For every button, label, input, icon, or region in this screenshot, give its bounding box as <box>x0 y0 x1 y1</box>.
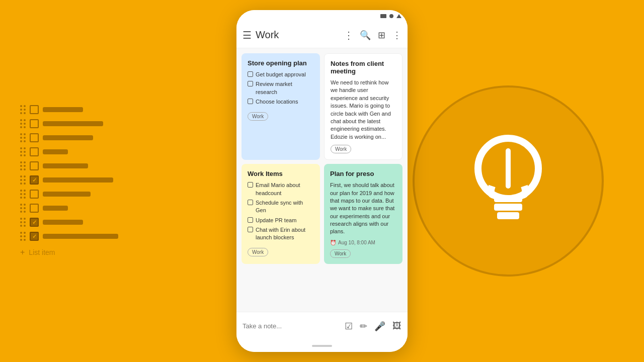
drag-handle[interactable] <box>20 175 26 185</box>
list-item-bar <box>43 107 83 112</box>
checkbox[interactable] <box>30 204 39 213</box>
lightbulb-decoration <box>413 85 604 277</box>
item-checkbox[interactable] <box>248 227 253 232</box>
search-icon[interactable]: 🔍 <box>360 30 371 41</box>
image-icon[interactable]: 🖼 <box>392 321 401 332</box>
bottom-icons: ☑ ✏ 🎤 🖼 <box>345 321 401 332</box>
phone-toolbar: ☰ Work ⋮ 🔍 ⊞ ⋮ <box>236 22 408 48</box>
note-tag[interactable]: Work <box>248 248 268 256</box>
list-row <box>20 133 118 142</box>
item-checkbox[interactable] <box>248 217 253 223</box>
note-item: Schedule sync with Gen <box>248 199 314 215</box>
grid-view-icon[interactable]: ⊞ <box>378 30 385 41</box>
checkbox-checked[interactable] <box>30 175 39 185</box>
item-checkbox[interactable] <box>248 99 253 104</box>
note-item-text: Chat with Erin about launch blockers <box>256 226 314 242</box>
list-row <box>20 232 118 241</box>
drag-handle[interactable] <box>20 232 26 241</box>
more-vert-icon[interactable]: ⋮ <box>344 29 354 41</box>
svg-rect-2 <box>494 204 522 211</box>
checkbox-icon[interactable]: ☑ <box>345 321 353 332</box>
home-bar-pill <box>312 345 332 347</box>
wifi-icon <box>389 14 393 18</box>
list-item-bar <box>43 135 93 140</box>
note-plan-preso[interactable]: Plan for preso First, we should talk abo… <box>324 164 403 264</box>
checkbox-checked[interactable] <box>30 218 39 227</box>
item-checkbox[interactable] <box>248 200 253 205</box>
timestamp-text: Aug 10, 8:00 AM <box>338 240 375 245</box>
checkbox-checked[interactable] <box>30 232 39 241</box>
checkbox[interactable] <box>30 133 39 142</box>
note-work-items[interactable]: Work Items Email Mario about headcount S… <box>242 164 320 264</box>
note-title: Store opening plan <box>248 59 314 67</box>
list-row <box>20 175 118 185</box>
clock-icon: ⏰ <box>330 240 336 245</box>
menu-icon[interactable]: ☰ <box>243 29 252 41</box>
overflow-menu-icon[interactable]: ⋮ <box>392 30 401 41</box>
checkbox[interactable] <box>30 105 39 114</box>
list-item-bar <box>43 234 118 239</box>
notes-grid: Store opening plan Get budget approval R… <box>242 53 403 264</box>
svg-rect-3 <box>497 212 519 219</box>
add-list-item-row[interactable]: + List item <box>20 248 118 257</box>
note-store-opening-plan[interactable]: Store opening plan Get budget approval R… <box>242 53 320 160</box>
drag-handle[interactable] <box>20 218 26 227</box>
note-body: First, we should talk about our plan for… <box>330 182 396 236</box>
list-item-bar <box>43 149 68 154</box>
list-row <box>20 161 118 170</box>
pen-icon[interactable]: ✏ <box>360 321 367 332</box>
drag-handle[interactable] <box>20 119 26 128</box>
note-item: Choose locations <box>248 98 314 106</box>
phone-mockup: ☰ Work ⋮ 🔍 ⊞ ⋮ Store opening plan Get bu… <box>236 10 408 352</box>
note-client-meeting[interactable]: Notes from client meeting We need to ret… <box>324 53 403 160</box>
list-row <box>20 119 118 128</box>
svg-rect-1 <box>494 195 522 202</box>
note-tag[interactable]: Work <box>330 249 351 258</box>
note-item-text: Review market research <box>256 80 314 96</box>
list-item-bar <box>43 206 68 211</box>
checkbox[interactable] <box>30 147 39 156</box>
item-checkbox[interactable] <box>248 182 253 188</box>
phone-status-bar <box>236 10 408 22</box>
mic-icon[interactable]: 🎤 <box>374 321 385 332</box>
note-tag[interactable]: Work <box>248 112 268 121</box>
battery-icon <box>396 14 401 18</box>
checkbox[interactable] <box>30 161 39 170</box>
note-item: Chat with Erin about launch blockers <box>248 226 314 242</box>
note-tag[interactable]: Work <box>331 145 351 153</box>
checkbox[interactable] <box>30 119 39 128</box>
item-checkbox[interactable] <box>248 71 253 77</box>
note-body: We need to rethink how we handle user ex… <box>331 79 396 141</box>
checkbox[interactable] <box>30 190 39 199</box>
list-item-bar <box>43 121 103 126</box>
item-checkbox[interactable] <box>248 81 253 86</box>
list-row <box>20 105 118 114</box>
note-item-text: Choose locations <box>256 98 298 106</box>
add-icon: + <box>20 248 25 257</box>
add-label: List item <box>29 248 55 256</box>
list-row <box>20 204 118 213</box>
phone-home-bar <box>236 340 408 352</box>
take-note-input[interactable] <box>243 322 345 330</box>
signal-icon <box>380 14 386 18</box>
list-item-bar <box>43 220 83 225</box>
drag-handle[interactable] <box>20 190 26 199</box>
note-item-text: Schedule sync with Gen <box>256 199 314 215</box>
drag-handle[interactable] <box>20 204 26 213</box>
note-timestamp: ⏰ Aug 10, 8:00 AM <box>330 240 396 245</box>
drag-handle[interactable] <box>20 161 26 170</box>
list-row <box>20 190 118 199</box>
drag-handle[interactable] <box>20 147 26 156</box>
note-item: Email Mario about headcount <box>248 182 314 197</box>
lightbulb-icon <box>458 126 558 236</box>
note-item: Update PR team <box>248 217 314 224</box>
toolbar-right-icons: 🔍 ⊞ ⋮ <box>360 30 401 41</box>
drag-handle[interactable] <box>20 133 26 142</box>
note-item-text: Email Mario about headcount <box>256 182 314 197</box>
list-row <box>20 218 118 227</box>
list-item-bar <box>43 163 88 168</box>
drag-handle[interactable] <box>20 105 26 114</box>
list-item-bar <box>43 192 91 197</box>
phone-notes-content: Store opening plan Get budget approval R… <box>236 48 408 312</box>
left-checklist-panel: + List item <box>20 105 118 257</box>
